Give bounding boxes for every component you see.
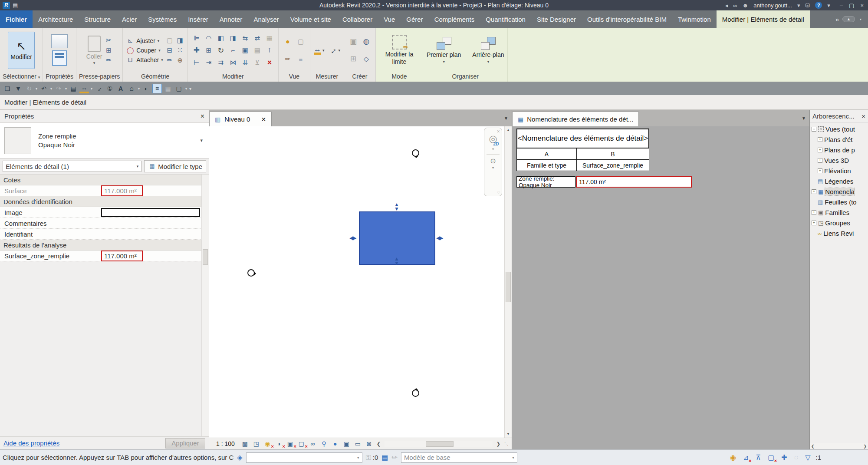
tab-site-designer[interactable]: Site Designer — [531, 10, 582, 28]
redo-dropdown-icon[interactable]: ▾ — [65, 87, 67, 91]
view-tab-niveau-0[interactable]: ▥ Niveau 0 ✕ — [209, 112, 272, 126]
customize-qat-icon[interactable]: ▾ — [189, 86, 191, 91]
browser-close-icon[interactable]: × — [861, 112, 865, 120]
create-similar-icon[interactable]: ◍ — [362, 38, 370, 45]
maximize-button[interactable]: ▢ — [849, 2, 854, 9]
expand-icon[interactable]: + — [812, 221, 816, 225]
tree-item-vues[interactable]: − Vues (tout — [810, 124, 868, 134]
tab-inserer[interactable]: Insérer — [182, 10, 214, 28]
mirror-pick-axis-icon[interactable]: ◧ — [217, 35, 225, 42]
browser-scroll-right-icon[interactable]: ❯ — [863, 444, 867, 449]
tree-item-familles[interactable]: + ▣ Familles — [810, 207, 868, 218]
tab-modifier-elements-detail[interactable]: Modifier | Eléments de détail — [717, 10, 810, 28]
schedule-tab-list-icon[interactable]: ▼ — [802, 116, 809, 121]
array-icon[interactable]: ▣ — [241, 47, 249, 54]
schedule-col-letter-a[interactable]: A — [516, 148, 577, 160]
design-option-combo[interactable]: Modèle de base ▾ — [401, 452, 517, 463]
schedule-header-surface-zone-remplie[interactable]: Surface_zone_remplie — [577, 160, 649, 171]
zoom-region-icon[interactable]: ⊙ — [490, 157, 496, 165]
hscroll-right-icon[interactable]: ❯ — [496, 441, 500, 447]
print-icon[interactable]: ▤ — [69, 84, 78, 93]
scroll-down-icon[interactable]: ▼ — [506, 430, 510, 438]
scroll-up-icon[interactable]: ▲ — [506, 126, 510, 134]
tab-interop-bim[interactable]: Outils d'interopérabilité BIM — [582, 10, 672, 28]
cut-geometry-button[interactable]: ◯Couper▾ — [126, 47, 163, 54]
commentaires-value-field[interactable] — [100, 218, 201, 228]
schedule-col-letter-b[interactable]: B — [577, 148, 649, 160]
reveal-constraints-icon[interactable]: ● — [332, 440, 339, 447]
tree-item-feuilles[interactable]: ▥ Feuilles (to — [810, 197, 868, 207]
hscroll-left-icon[interactable]: ❮ — [377, 441, 381, 447]
properties-scrollbar-thumb[interactable] — [203, 249, 208, 265]
help-icon[interactable]: ? — [815, 2, 822, 9]
pin-icon[interactable]: ⊺ — [266, 47, 273, 54]
section-cotes[interactable]: Cotes » — [0, 175, 209, 185]
dimension-icon[interactable]: ↔ — [79, 84, 89, 93]
rotate-icon[interactable]: ↻ — [217, 47, 225, 54]
section-donnees-identification[interactable]: Données d'identification » — [0, 196, 209, 207]
tree-item-liens-revit[interactable]: ∞ Liens Revi — [810, 228, 868, 238]
design-options-icon[interactable]: ▤ — [381, 453, 388, 462]
view-tab-list-icon[interactable]: ▼ — [504, 116, 512, 121]
properties-sheets-icon[interactable] — [51, 34, 68, 48]
tree-item-nomenclatures[interactable]: + ▦ Nomencla — [810, 186, 868, 197]
wall-layers-icon[interactable]: ⊟ — [166, 47, 174, 54]
tree-item-plans-etage[interactable]: + Plans d'ét — [810, 134, 868, 145]
show-related-icon[interactable]: ◨ — [176, 37, 184, 44]
image-value-field[interactable] — [101, 208, 200, 217]
tree-item-legendes[interactable]: ▤ Légendes — [810, 176, 868, 186]
canvas-vertical-scrollbar[interactable]: ▲ ▼ — [504, 126, 512, 438]
signed-in-user[interactable]: anthony.goutt... — [753, 2, 792, 9]
save-icon[interactable]: ▼ — [13, 84, 23, 93]
shadows-icon[interactable]: ◑× — [275, 440, 283, 447]
schedule-header-famille-et-type[interactable]: Famille et type — [516, 160, 577, 171]
browser-horizontal-scrollbar[interactable]: ❮ ❯ — [810, 443, 868, 449]
section-resultats-analyse[interactable]: Résultats de l'analyse » — [0, 240, 209, 251]
tab-complements[interactable]: Compléments — [429, 10, 480, 28]
tab-architecture[interactable]: Architecture — [33, 10, 79, 28]
copy-icon[interactable]: ⊞ — [205, 47, 213, 54]
tag-icon[interactable]: ① — [105, 84, 115, 93]
identifiant-value-field[interactable] — [100, 229, 201, 239]
drag-on-selection-icon[interactable]: ✚ — [781, 453, 787, 462]
tab-systemes[interactable]: Systèmes — [142, 10, 182, 28]
tree-item-elevation[interactable]: + Elévation — [810, 165, 868, 176]
help-dropdown-icon[interactable]: ▾ — [827, 2, 830, 9]
beam-joins-icon[interactable]: ✏ — [166, 57, 174, 64]
properties-help-link[interactable]: Aide des propriétés — [3, 439, 59, 447]
measure-icon[interactable]: ↔ — [92, 82, 106, 95]
trim-extend-multi-icon[interactable]: ⇥ — [205, 59, 213, 66]
thin-lines-icon[interactable]: ≡ — [152, 84, 162, 93]
search-back-icon[interactable]: ◂ — [725, 2, 728, 9]
expand-icon[interactable]: + — [818, 148, 822, 152]
visual-style-icon[interactable]: ◳ — [253, 440, 260, 447]
schedule-tab[interactable]: ▦ Nomenclature des éléments de dét... — [512, 112, 639, 126]
tree-item-vues-3d[interactable]: + Vues 3D — [810, 155, 868, 165]
workset-combo[interactable]: ▾ — [246, 452, 362, 463]
canvas-horizontal-scrollbar[interactable] — [385, 441, 493, 447]
tab-structure[interactable]: Structure — [79, 10, 116, 28]
drag-handle-right[interactable]: ◀▶ — [436, 236, 442, 240]
tab-acier[interactable]: Acier — [116, 10, 142, 28]
open-icon[interactable]: ❏ — [3, 84, 12, 93]
demolish-icon[interactable]: ⊕ — [176, 57, 184, 64]
app-store-icon[interactable]: ⛁ — [805, 2, 810, 9]
undo-icon[interactable]: ↶ — [39, 84, 49, 93]
paste-button[interactable]: Coller ▾ — [86, 36, 102, 65]
collapse-icon[interactable]: − — [812, 127, 816, 132]
windows-dropdown-icon[interactable]: ▾ — [185, 87, 187, 91]
document-icon[interactable]: ▤ — [13, 2, 18, 9]
dimension-button[interactable]: ↔▾ — [329, 47, 340, 54]
show-crop-region-icon[interactable]: ▢× — [298, 440, 305, 447]
drawing-canvas[interactable]: ◀▶ ◀▶ ▲▼ ▲▼ ✕ ◎ 2D ▾ ⊙ ▾ ◌ ▲ ▼ — [209, 126, 512, 438]
text-icon[interactable]: A — [116, 84, 125, 93]
schedule-title[interactable]: <Nomenclature des éléments de détail> — [516, 129, 649, 148]
close-inactive-icon[interactable]: ▢ — [174, 84, 184, 93]
expand-icon[interactable]: + — [818, 168, 822, 173]
minimize-button[interactable]: – — [840, 2, 843, 9]
bring-to-front-button[interactable]: Premier plan ▾ — [427, 37, 461, 64]
user-dropdown-icon[interactable]: ▾ — [797, 2, 800, 9]
group-label-selectionner[interactable]: Sélectionner ▾ — [0, 73, 43, 82]
horizontal-scroll-thumb[interactable] — [426, 441, 454, 447]
vertical-scroll-thumb[interactable] — [506, 272, 511, 302]
